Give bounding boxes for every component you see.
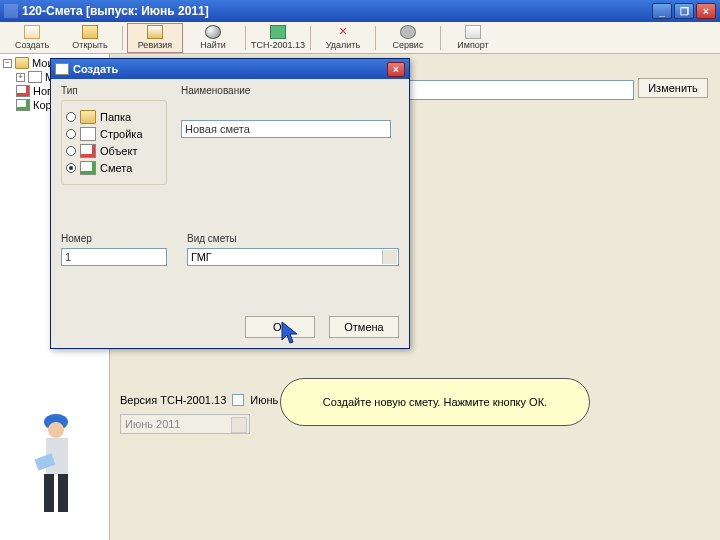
version-checkbox[interactable]	[232, 394, 244, 406]
create-dialog: Создать × Тип Папка Стройка	[50, 58, 410, 349]
toolbar-delete[interactable]: × Удалить	[315, 23, 371, 53]
object-icon	[80, 144, 96, 158]
number-label: Номер	[61, 233, 167, 244]
toolbar-import[interactable]: Импорт	[445, 23, 501, 53]
separator	[310, 26, 311, 50]
tree-item-label: Ног	[33, 85, 51, 97]
type-group: Папка Стройка Объект	[61, 100, 167, 185]
toolbar-tsn-label: ТСН-2001.13	[251, 40, 305, 50]
radio-label: Объект	[100, 145, 137, 157]
tree-item-label: Кор	[33, 99, 52, 111]
maximize-button[interactable]: ❐	[674, 3, 694, 19]
separator	[375, 26, 376, 50]
cancel-button[interactable]: Отмена	[329, 316, 399, 338]
dialog-close-button[interactable]: ×	[387, 62, 405, 77]
radio-object[interactable]: Объект	[66, 144, 162, 158]
toolbar-import-label: Импорт	[457, 40, 488, 50]
name-input[interactable]: Новая смета	[181, 120, 391, 138]
version-row: Версия ТСН-2001.13 Июнь	[120, 394, 278, 406]
person-illustration	[30, 408, 94, 518]
toolbar-service-label: Сервис	[393, 40, 424, 50]
instruction-callout: Создайте новую смету. Нажмите кнопку ОК.	[280, 378, 590, 426]
tsn-icon	[270, 25, 286, 39]
radio-folder[interactable]: Папка	[66, 110, 162, 124]
app-icon	[4, 4, 18, 18]
name-label: Наименование	[181, 85, 391, 96]
collapse-icon[interactable]: −	[3, 59, 12, 68]
radio-icon	[66, 112, 76, 122]
radio-icon	[66, 163, 76, 173]
build-icon	[80, 127, 96, 141]
dialog-titlebar[interactable]: Создать ×	[51, 59, 409, 79]
folder-icon	[80, 110, 96, 124]
toolbar-create[interactable]: Создать	[4, 23, 60, 53]
radio-smeta[interactable]: Смета	[66, 161, 162, 175]
toolbar-create-label: Создать	[15, 40, 49, 50]
doc-icon	[16, 99, 30, 111]
main-toolbar: Создать Открыть Ревизия Найти ТСН-2001.1…	[0, 22, 720, 54]
vid-label: Вид сметы	[187, 233, 399, 244]
radio-label: Стройка	[100, 128, 143, 140]
separator	[245, 26, 246, 50]
doc-icon	[28, 71, 42, 83]
radio-icon	[66, 129, 76, 139]
radio-build[interactable]: Стройка	[66, 127, 162, 141]
separator	[122, 26, 123, 50]
ok-button[interactable]: Ok	[245, 316, 315, 338]
vid-value: ГМГ	[191, 251, 212, 263]
toolbar-find[interactable]: Найти	[185, 23, 241, 53]
svg-rect-4	[58, 474, 68, 512]
toolbar-open[interactable]: Открыть	[62, 23, 118, 53]
toolbar-service[interactable]: Сервис	[380, 23, 436, 53]
dialog-icon	[55, 63, 69, 75]
delete-icon: ×	[335, 25, 351, 39]
close-button[interactable]: ×	[696, 3, 716, 19]
minimize-button[interactable]: _	[652, 3, 672, 19]
change-button[interactable]: Изменить	[638, 78, 708, 98]
gear-icon	[400, 25, 416, 39]
version-chk-label: Июнь	[250, 394, 278, 406]
radio-icon	[66, 146, 76, 156]
radio-label: Смета	[100, 162, 132, 174]
type-group-label: Тип	[61, 85, 167, 96]
doc-icon	[16, 85, 30, 97]
main-titlebar: 120-Смета [выпуск: Июнь 2011] _ ❐ ×	[0, 0, 720, 22]
version-label: Версия ТСН-2001.13	[120, 394, 226, 406]
dialog-title: Создать	[73, 63, 387, 75]
svg-rect-3	[44, 474, 54, 512]
radio-label: Папка	[100, 111, 131, 123]
smeta-icon	[80, 161, 96, 175]
find-icon	[205, 25, 221, 39]
toolbar-revision[interactable]: Ревизия	[127, 23, 183, 53]
toolbar-open-label: Открыть	[72, 40, 107, 50]
version-combo-value: Июнь 2011	[125, 418, 181, 430]
new-icon	[24, 25, 40, 39]
app-title: 120-Смета [выпуск: Июнь 2011]	[22, 4, 652, 18]
separator	[440, 26, 441, 50]
vid-select[interactable]: ГМГ	[187, 248, 399, 266]
number-input[interactable]: 1	[61, 248, 167, 266]
expand-icon[interactable]: +	[16, 73, 25, 82]
toolbar-delete-label: Удалить	[326, 40, 360, 50]
open-icon	[82, 25, 98, 39]
version-combo[interactable]: Июнь 2011	[120, 414, 250, 434]
revision-icon	[147, 25, 163, 39]
callout-text: Создайте новую смету. Нажмите кнопку ОК.	[323, 395, 547, 409]
toolbar-tsn[interactable]: ТСН-2001.13	[250, 23, 306, 53]
toolbar-find-label: Найти	[200, 40, 226, 50]
toolbar-revision-label: Ревизия	[138, 40, 172, 50]
svg-point-1	[48, 422, 64, 438]
import-icon	[465, 25, 481, 39]
folder-icon	[15, 57, 29, 69]
